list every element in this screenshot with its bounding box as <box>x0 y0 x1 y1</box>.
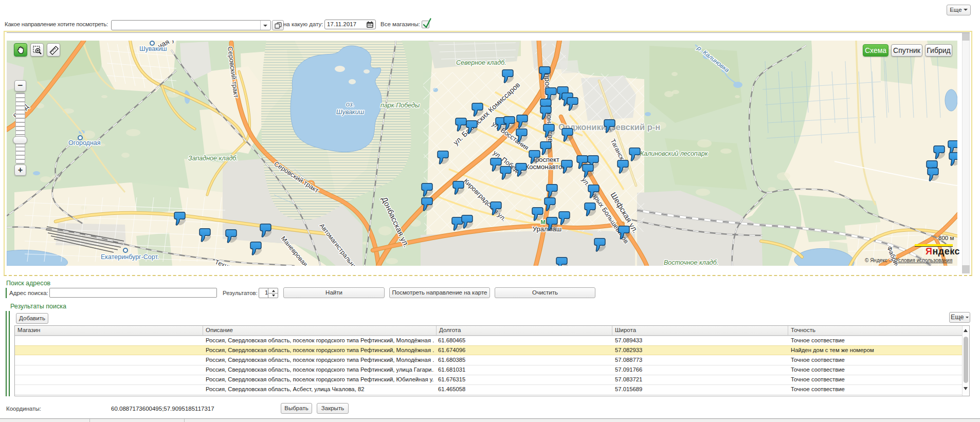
svg-text:Северное кладб.: Северное кладб. <box>456 59 506 66</box>
svg-text:Космонавтов: Космонавтов <box>525 163 566 171</box>
svg-text:Восточное кладб.: Восточное кладб. <box>664 259 718 266</box>
svg-text:оз.: оз. <box>346 101 354 108</box>
svg-text:Шувакиш: Шувакиш <box>139 45 167 52</box>
svg-text:М: М <box>540 219 545 225</box>
svg-text:Западное кладб.: Западное кладб. <box>188 155 238 162</box>
svg-text:Огородная: Огородная <box>68 139 101 146</box>
svg-text:Калиновский лесопарк: Калиновский лесопарк <box>640 150 709 157</box>
svg-text:Шувакиш: Шувакиш <box>336 108 365 116</box>
svg-text:Екатеринбург-Сорт.: Екатеринбург-Сорт. <box>101 253 159 261</box>
svg-text:парк Победы: парк Победы <box>380 102 420 109</box>
